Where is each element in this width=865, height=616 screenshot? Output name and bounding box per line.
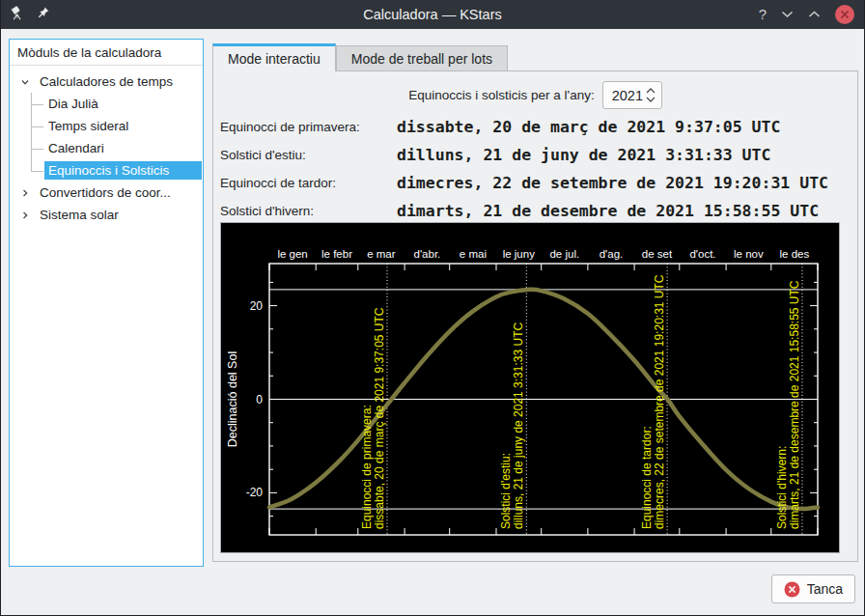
event-value: dissabte, 20 de març de 2021 9:37:05 UTC [397,118,857,136]
close-icon [840,10,850,19]
svg-text:Equinocci de primavera:: Equinocci de primavera: [360,405,374,529]
svg-text:d'ag.: d'ag. [600,248,624,260]
tree-item-convertidors-de-coordenades[interactable]: Convertidors de coor... [10,182,203,204]
svg-text:Declinació del Sol: Declinació del Sol [226,351,239,447]
svg-text:e mai: e mai [460,248,487,260]
declination-chart-svg: le genle febre mard'abr.e maile junyde j… [221,223,839,552]
event-label: Equinocci de primavera: [220,120,397,134]
tree-item-label: Sistema solar [36,206,123,224]
year-label: Equinoccis i solsticis per a l'any: [408,88,594,102]
svg-text:d'abr.: d'abr. [414,248,441,260]
tree-item-calculadores-de-temps[interactable]: Calculadores de temps [10,70,203,93]
kstars-app-icon [9,4,26,25]
event-value: dilluns, 21 de juny de 2021 3:31:33 UTC [397,146,857,164]
tree-item-label: Calendari [44,139,108,157]
tab-mode-treball-per-lots[interactable]: Mode de treball per lots [336,45,508,70]
svg-text:e mar: e mar [367,248,396,260]
pin-icon[interactable] [37,6,50,23]
spin-up-icon[interactable] [646,88,656,94]
svg-text:-20: -20 [246,486,264,499]
expand-arrow-icon[interactable] [20,188,30,198]
svg-text:Solstici d'hivern:: Solstici d'hivern: [775,446,789,529]
maximize-button[interactable] [808,11,821,18]
svg-text:de set: de set [642,248,673,260]
event-value: dimecres, 22 de setembre de 2021 19:20:3… [397,174,857,192]
event-label: Solstici d'hivern: [220,204,397,218]
svg-text:Equinocci de tardor:: Equinocci de tardor: [640,426,654,529]
expand-arrow-icon[interactable] [20,210,30,220]
titlebar[interactable]: Calculadora — KStars ? [1,0,864,29]
year-value[interactable]: 2021 [603,88,644,103]
year-spinbox[interactable]: 2021 [602,81,662,109]
collapse-arrow-icon[interactable] [20,77,30,87]
event-value: dimarts, 21 de desembre de 2021 15:58:55… [397,202,857,220]
tree-item-label: Calculadores de temps [36,72,177,91]
tree-item-dia-julia[interactable]: Dia Julià [10,93,203,115]
event-label: Solstici d'estiu: [220,148,397,162]
main-area: Mode interactiu Mode de treball per lots… [212,43,858,562]
year-row: Equinoccis i solsticis per a l'any: 2021 [213,81,857,109]
tree-item-label: Convertidors de coor... [36,183,175,202]
svg-text:dimecres, 22 de setembre de 20: dimecres, 22 de setembre de 2021 19:20:3… [653,274,666,529]
tab-mode-interactiu[interactable]: Mode interactiu [212,43,336,71]
module-tree-panel: Mòduls de la calculadora Calculadores de… [9,39,204,567]
svg-text:le gen: le gen [277,248,307,260]
svg-text:le febr: le febr [321,248,352,260]
chevron-up-icon [808,11,821,18]
module-tree: Calculadores de temps Dia Julià Temps si… [10,66,203,226]
tree-item-equinoccis-i-solsticis[interactable]: Equinoccis i Solsticis [10,159,203,182]
window-title: Calculadora — KStars [1,7,864,22]
svg-text:dimarts, 21 de desembre de 202: dimarts, 21 de desembre de 2021 15:58:55… [788,280,801,529]
tanca-button[interactable]: Tanca [771,574,855,603]
tanca-button-label: Tanca [807,581,843,597]
tab-bar: Mode interactiu Mode de treball per lots [212,43,858,70]
tree-item-label: Dia Julià [44,95,102,113]
close-window-button[interactable] [835,5,854,24]
chevron-down-icon [781,11,794,18]
tree-item-label: Equinoccis i Solsticis [44,161,202,180]
calculator-window: Calculadora — KStars ? Mòduls de la calc… [0,0,865,616]
svg-text:de jul.: de jul. [549,248,579,260]
tab-content: Equinoccis i solsticis per a l'any: 2021… [212,70,858,562]
help-button[interactable]: ? [759,0,767,29]
tree-item-label: Temps sideral [44,117,132,135]
event-label: Equinocci de tardor: [220,176,397,190]
tree-item-sistema-solar[interactable]: Sistema solar [10,204,203,226]
minimize-button[interactable] [781,11,794,18]
declination-chart: le genle febre mard'abr.e maile junyde j… [220,222,840,553]
tree-item-calendari[interactable]: Calendari [10,137,203,159]
svg-text:0: 0 [256,393,263,406]
tree-item-temps-sideral[interactable]: Temps sideral [10,115,203,137]
events-list: Equinocci de primavera: dissabte, 20 de … [220,118,857,220]
svg-text:dissabte, 20 de març de 2021 9: dissabte, 20 de març de 2021 9:37:05 UTC [373,307,386,529]
svg-text:le des: le des [780,248,810,260]
svg-text:le nov: le nov [734,248,764,260]
svg-text:d'oct.: d'oct. [689,248,715,260]
svg-text:Solstici d'estiu:: Solstici d'estiu: [499,453,513,529]
svg-text:le juny: le juny [503,248,535,260]
tree-header: Mòduls de la calculadora [10,40,203,66]
dialog-close-icon [784,581,800,598]
svg-text:20: 20 [250,299,264,313]
svg-text:dilluns, 21 de juny de 2021 3:: dilluns, 21 de juny de 2021 3:31:33 UTC [512,322,525,529]
spin-down-icon[interactable] [646,97,656,102]
